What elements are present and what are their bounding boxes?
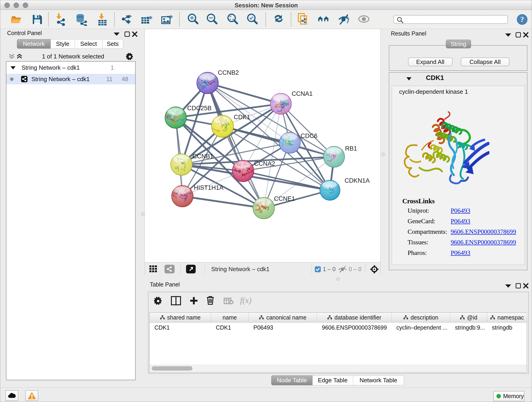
svg-text:CDKN1A: CDKN1A bbox=[345, 177, 370, 184]
svg-text:CCNB1: CCNB1 bbox=[192, 153, 214, 160]
svg-text:RB1: RB1 bbox=[345, 145, 357, 152]
svg-text:HIST1H1A: HIST1H1A bbox=[194, 184, 223, 191]
svg-text:?: ? bbox=[520, 15, 524, 23]
svg-text:CCNE1: CCNE1 bbox=[274, 195, 295, 202]
svg-text:CCNA2: CCNA2 bbox=[254, 160, 275, 167]
svg-text:CDC25B: CDC25B bbox=[187, 105, 212, 112]
svg-text:CCNB2: CCNB2 bbox=[218, 69, 239, 76]
svg-text:CDK1: CDK1 bbox=[234, 114, 250, 121]
svg-text:CDC6: CDC6 bbox=[301, 133, 317, 139]
svg-text:CCNA1: CCNA1 bbox=[292, 90, 313, 97]
